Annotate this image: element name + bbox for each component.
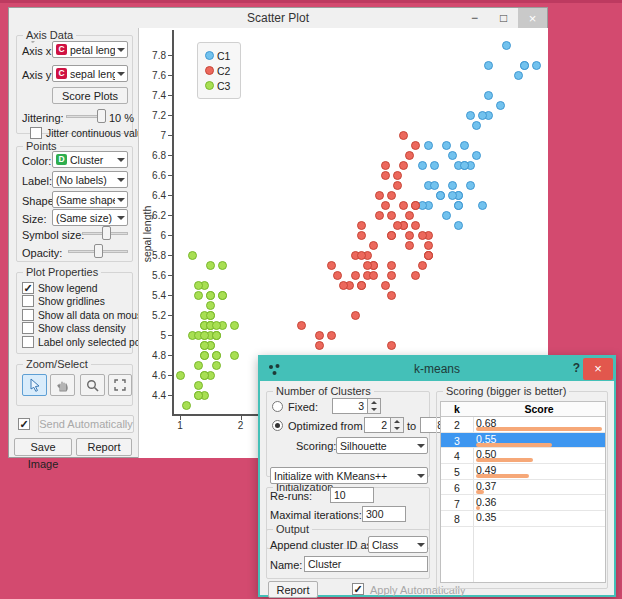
- kmeans-titlebar[interactable]: k-means ? ×: [260, 357, 614, 381]
- scatter-point-c2[interactable]: [339, 281, 348, 290]
- scatter-point-c2[interactable]: [387, 271, 396, 280]
- checkbox-show-gridlines[interactable]: [22, 295, 34, 307]
- scoring-row-k6[interactable]: 60.37: [441, 480, 605, 496]
- scatter-point-c1[interactable]: [460, 141, 469, 150]
- close-button[interactable]: ×: [583, 358, 613, 380]
- scatter-point-c3[interactable]: [194, 381, 203, 390]
- scatter-point-c1[interactable]: [478, 111, 487, 120]
- scatter-point-c2[interactable]: [424, 241, 433, 250]
- scatter-point-c2[interactable]: [315, 331, 324, 340]
- scatter-point-c1[interactable]: [532, 61, 541, 70]
- scatter-point-c3[interactable]: [212, 361, 221, 370]
- scatter-point-c2[interactable]: [327, 261, 336, 270]
- scatter-point-c1[interactable]: [496, 101, 505, 110]
- scatter-point-c3[interactable]: [200, 341, 209, 350]
- score-plots-button[interactable]: Score Plots: [52, 87, 128, 104]
- reruns-input[interactable]: 10: [330, 487, 374, 503]
- fixed-radio[interactable]: [272, 401, 283, 412]
- scatter-point-c2[interactable]: [327, 331, 336, 340]
- scatter-point-c3[interactable]: [212, 331, 221, 340]
- scatter-point-c2[interactable]: [381, 201, 390, 210]
- checkbox-show-legend[interactable]: [22, 282, 34, 294]
- plot-legend[interactable]: C1C2C3: [197, 42, 241, 99]
- scatter-point-c2[interactable]: [405, 231, 414, 240]
- scatter-point-c1[interactable]: [430, 181, 439, 190]
- scatter-point-c2[interactable]: [369, 271, 378, 280]
- checkbox-label-only-selected-points[interactable]: [22, 336, 34, 348]
- scatter-point-c3[interactable]: [206, 301, 215, 310]
- scatter-point-c1[interactable]: [454, 221, 463, 230]
- zoom-tool-button[interactable]: [80, 374, 105, 396]
- save-image-button[interactable]: Save Image: [14, 438, 72, 456]
- scatter-point-c2[interactable]: [387, 191, 396, 200]
- scoring-row-k2[interactable]: 20.68: [441, 417, 605, 433]
- scatter-point-c3[interactable]: [212, 351, 221, 360]
- scoring-select[interactable]: Silhouette: [336, 437, 428, 454]
- checkbox-show-all-data-on-mouse-hover[interactable]: [22, 309, 34, 321]
- scatter-point-c3[interactable]: [206, 261, 215, 270]
- apply-automatically-checkbox[interactable]: [352, 583, 364, 595]
- scatter-point-c1[interactable]: [502, 41, 511, 50]
- report-button[interactable]: Report: [268, 581, 318, 598]
- fit-view-tool-button[interactable]: [108, 374, 132, 396]
- scatter-point-c2[interactable]: [393, 221, 402, 230]
- scatter-point-c1[interactable]: [466, 111, 475, 120]
- scatter-point-c2[interactable]: [351, 311, 360, 320]
- scatter-point-c3[interactable]: [194, 281, 203, 290]
- name-input[interactable]: Cluster: [304, 556, 428, 572]
- jittering-slider[interactable]: [66, 109, 106, 123]
- label-select[interactable]: (No labels): [52, 171, 128, 188]
- scatter-point-c3[interactable]: [230, 321, 239, 330]
- scatter-point-c2[interactable]: [333, 271, 342, 280]
- send-automatically-button[interactable]: Send Automatically: [38, 415, 134, 433]
- scatter-point-c3[interactable]: [206, 291, 215, 300]
- size-select[interactable]: (Same size): [52, 209, 128, 226]
- axis-y-select[interactable]: C sepal length: [52, 65, 128, 82]
- report-button[interactable]: Report: [76, 438, 132, 456]
- select-tool-button[interactable]: [22, 374, 47, 396]
- close-button[interactable]: ×: [518, 8, 547, 29]
- scatter-point-c2[interactable]: [393, 171, 402, 180]
- scatter-point-c2[interactable]: [381, 281, 390, 290]
- scatter-point-c3[interactable]: [176, 371, 185, 380]
- scatter-point-c3[interactable]: [230, 351, 239, 360]
- scatter-point-c2[interactable]: [424, 251, 433, 260]
- scoring-row-k8[interactable]: 80.35: [441, 511, 605, 527]
- symbol-size-slider[interactable]: [82, 226, 128, 240]
- scatter-point-c1[interactable]: [472, 121, 481, 130]
- scatter-point-c2[interactable]: [405, 211, 414, 220]
- scatter-point-c1[interactable]: [520, 61, 529, 70]
- scatter-point-c2[interactable]: [411, 201, 420, 210]
- scatter-point-c3[interactable]: [182, 401, 191, 410]
- scatter-point-c2[interactable]: [381, 161, 390, 170]
- scatter-point-c3[interactable]: [218, 291, 227, 300]
- minimize-button[interactable]: −: [460, 8, 489, 29]
- scoring-table[interactable]: k Score 20.6830.5540.5050.4960.3770.3680…: [440, 401, 606, 583]
- pan-tool-button[interactable]: [50, 374, 75, 396]
- scatter-point-c1[interactable]: [430, 161, 439, 170]
- scoring-row-k3[interactable]: 30.55: [441, 433, 605, 449]
- scatter-point-c1[interactable]: [442, 141, 451, 150]
- scatter-point-c3[interactable]: [194, 291, 203, 300]
- scatter-point-c1[interactable]: [418, 161, 427, 170]
- scatter-point-c1[interactable]: [442, 211, 451, 220]
- scatter-point-c2[interactable]: [375, 191, 384, 200]
- scatter-point-c2[interactable]: [411, 141, 420, 150]
- scoring-row-k7[interactable]: 70.36: [441, 496, 605, 512]
- scatter-point-c3[interactable]: [212, 321, 221, 330]
- scatter-point-c1[interactable]: [424, 141, 433, 150]
- scoring-row-k4[interactable]: 40.50: [441, 448, 605, 464]
- scatter-point-c2[interactable]: [387, 341, 396, 350]
- scatter-point-c2[interactable]: [399, 201, 408, 210]
- scatter-point-c3[interactable]: [200, 331, 209, 340]
- max-iterations-input[interactable]: 300: [362, 506, 406, 522]
- optimized-radio[interactable]: [272, 420, 283, 431]
- scatter-point-c1[interactable]: [484, 91, 493, 100]
- scatter-point-c2[interactable]: [411, 221, 420, 230]
- scatter-point-c2[interactable]: [315, 341, 324, 350]
- scatter-point-c2[interactable]: [418, 231, 427, 240]
- scatter-point-c2[interactable]: [399, 131, 408, 140]
- scatter-point-c1[interactable]: [436, 191, 445, 200]
- scatter-titlebar[interactable]: Scatter Plot − □ ×: [9, 8, 547, 29]
- scatter-point-c2[interactable]: [399, 161, 408, 170]
